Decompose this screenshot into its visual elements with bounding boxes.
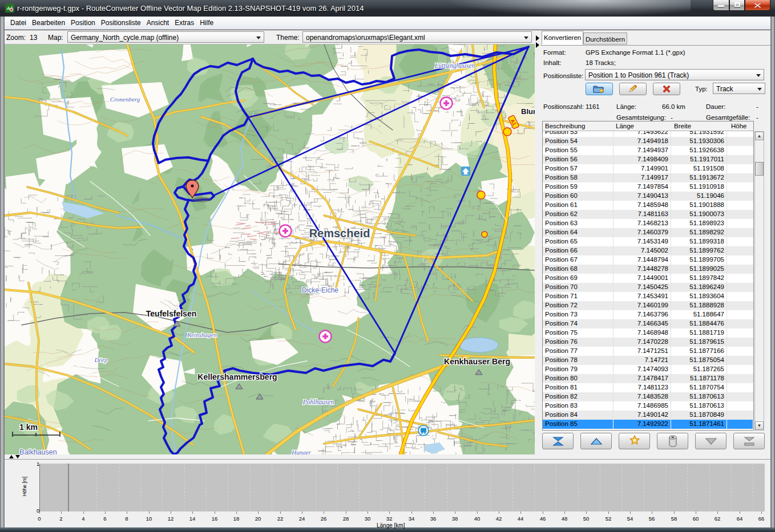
- svg-text:Kellershammersberg: Kellershammersberg: [197, 372, 277, 381]
- svg-text:Lüttringhausen: Lüttringhausen: [434, 62, 475, 70]
- svg-text:Cronenberg: Cronenberg: [110, 96, 140, 103]
- svg-text:Dörp: Dörp: [94, 356, 108, 363]
- svg-text:Hunger: Hunger: [291, 449, 311, 454]
- svg-text:Dicke-Eiche: Dicke-Eiche: [302, 286, 338, 294]
- svg-text:Pohlhausen: Pohlhausen: [302, 399, 334, 405]
- svg-text:Blum: Blum: [521, 107, 535, 116]
- svg-text:Kenkhauser Berg: Kenkhauser Berg: [444, 357, 510, 366]
- svg-text:Teufelsfelsen: Teufelsfelsen: [146, 309, 196, 318]
- svg-text:Balkhausen: Balkhausen: [19, 448, 56, 454]
- svg-text:Reinshagen: Reinshagen: [187, 331, 217, 338]
- svg-text:Remscheid: Remscheid: [309, 227, 370, 239]
- svg-text:1 km: 1 km: [19, 423, 38, 432]
